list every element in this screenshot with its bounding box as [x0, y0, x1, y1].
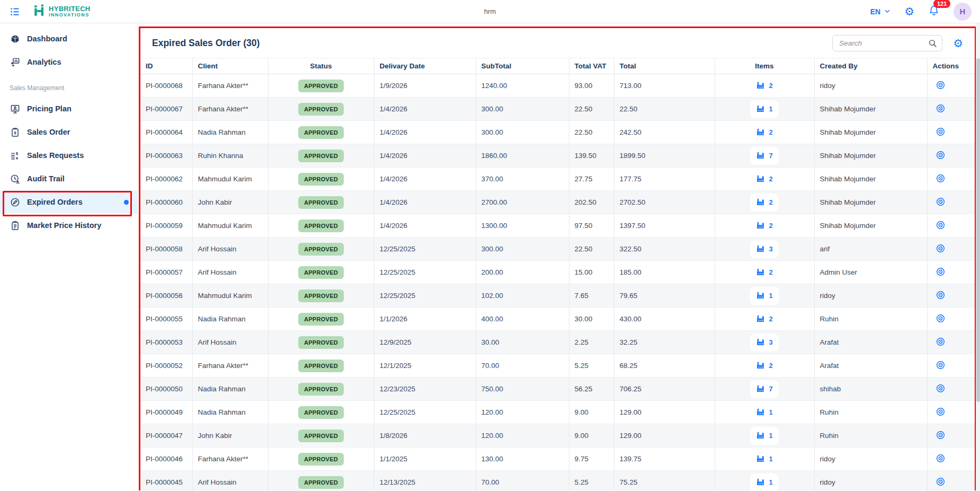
view-action-icon[interactable] [936, 477, 946, 487]
created-by-cell: Arafat [814, 354, 927, 378]
view-action-icon[interactable] [936, 313, 946, 323]
factory-icon [756, 174, 765, 185]
status-badge: APPROVED [298, 150, 344, 162]
delivery-date-cell: 12/25/2025 [374, 261, 476, 284]
table-settings-icon[interactable]: ⚙ [953, 38, 963, 49]
factory-icon [756, 151, 765, 161]
view-action-icon[interactable] [936, 383, 946, 393]
col-header-total-vat: Total VAT [569, 58, 614, 74]
created-by-cell: Ruhin [814, 308, 927, 331]
items-button[interactable]: 3 [750, 240, 778, 258]
items-button[interactable]: 7 [750, 147, 778, 165]
items-button[interactable]: 2 [750, 170, 778, 188]
delivery-date-cell: 12/9/2025 [374, 331, 476, 354]
sidebar-item-sales-order[interactable]: $ Sales Order [0, 120, 137, 144]
view-action-icon[interactable] [936, 453, 946, 463]
items-button[interactable]: 2 [750, 217, 778, 235]
expired-orders-table: ID Client Status Delivary Date SubTotal … [140, 58, 975, 491]
delivery-date-cell: 1/4/2026 [374, 98, 476, 121]
items-button[interactable]: 2 [750, 77, 778, 95]
total-cell: 713.00 [614, 74, 715, 98]
sidebar-item-sales-requests[interactable]: $ Sales Requests [0, 144, 137, 167]
total-vat-cell: 93.00 [569, 74, 614, 98]
total-cell: 139.75 [614, 448, 715, 471]
search-input[interactable] [832, 35, 942, 51]
table-row: PI-0000056 Mahmudul Karim APPROVED 12/25… [140, 284, 975, 308]
view-action-icon[interactable] [936, 290, 946, 300]
topbar: HYBRITECH INNOVATIONS hrm EN ⚙ 121 H [0, 0, 980, 23]
factory-icon [756, 431, 765, 441]
items-button[interactable]: 2 [750, 124, 778, 142]
view-action-icon[interactable] [936, 103, 946, 113]
sidebar-item-pricing-plan[interactable]: Pricing Plan [0, 97, 137, 120]
view-action-icon[interactable] [936, 150, 946, 160]
subtotal-cell: 70.00 [476, 354, 569, 378]
sidebar-item-expired-orders[interactable]: Expired Orders [0, 190, 137, 214]
view-action-icon[interactable] [936, 360, 946, 370]
active-indicator-dot [124, 200, 129, 205]
clipboard-dollar-icon: $ [10, 127, 20, 137]
view-action-icon[interactable] [936, 220, 946, 230]
items-button[interactable]: 7 [750, 380, 778, 398]
items-button[interactable]: 2 [750, 264, 778, 282]
factory-icon [756, 104, 765, 115]
table-row: PI-0000046 Farhana Akter** APPROVED 1/1/… [140, 448, 975, 471]
order-id-cell: PI-0000045 [140, 471, 192, 491]
order-id-cell: PI-0000056 [140, 284, 192, 308]
status-badge: APPROVED [298, 266, 344, 279]
order-id-cell: PI-0000055 [140, 308, 192, 331]
status-badge: APPROVED [298, 360, 344, 372]
items-button[interactable]: 2 [750, 310, 778, 328]
total-cell: 32.25 [614, 331, 715, 354]
view-action-icon[interactable] [936, 267, 946, 277]
scrollbar-thumb[interactable] [976, 58, 980, 402]
vertical-scrollbar[interactable] [976, 23, 980, 491]
list-dollar-icon: $ [10, 151, 20, 161]
view-action-icon[interactable] [936, 173, 946, 183]
sidebar-item-analytics[interactable]: Analytics [0, 50, 137, 74]
view-action-icon[interactable] [936, 197, 946, 207]
order-id-cell: PI-0000046 [140, 448, 192, 471]
items-button[interactable]: 3 [750, 334, 778, 352]
items-count: 1 [769, 408, 772, 416]
items-button[interactable]: 1 [750, 100, 778, 118]
items-count: 7 [769, 385, 772, 393]
sidebar-item-dashboard[interactable]: Dashboard [0, 27, 137, 50]
table-row: PI-0000068 Farhana Akter** APPROVED 1/9/… [140, 74, 975, 98]
items-button[interactable]: 1 [750, 427, 778, 445]
sidebar-item-audit-trail[interactable]: Audit Trail [0, 167, 137, 190]
items-button[interactable]: 2 [750, 357, 778, 375]
items-button[interactable]: 1 [750, 474, 778, 491]
created-by-cell: ridoy [814, 448, 927, 471]
order-id-cell: PI-0000067 [140, 98, 192, 121]
created-by-cell: shihab [814, 378, 927, 401]
created-by-cell: Ruhin [814, 424, 927, 448]
sidebar-item-market-price-history[interactable]: Market Price History [0, 214, 137, 237]
language-selector[interactable]: EN [870, 7, 890, 16]
notifications-button[interactable]: 121 [928, 5, 940, 19]
order-id-cell: PI-0000047 [140, 424, 192, 448]
client-cell: Farhana Akter** [192, 74, 268, 98]
view-action-icon[interactable] [936, 243, 946, 253]
items-button[interactable]: 1 [750, 404, 778, 422]
subtotal-cell: 102.00 [476, 284, 569, 308]
items-count: 2 [769, 268, 772, 276]
table-row: PI-0000052 Farhana Akter** APPROVED 12/1… [140, 354, 975, 378]
view-action-icon[interactable] [936, 430, 946, 440]
status-badge: APPROVED [298, 243, 344, 256]
total-vat-cell: 9.00 [569, 401, 614, 424]
items-button[interactable]: 1 [750, 450, 778, 468]
created-by-cell: arif [814, 238, 927, 261]
order-id-cell: PI-0000052 [140, 354, 192, 378]
settings-gear-icon[interactable]: ⚙ [904, 6, 914, 17]
view-action-icon[interactable] [936, 337, 946, 347]
items-button[interactable]: 2 [750, 194, 778, 212]
view-action-icon[interactable] [936, 407, 946, 417]
sidebar-item-label: Audit Trail [27, 174, 65, 183]
items-button[interactable]: 1 [750, 287, 778, 305]
view-action-icon[interactable] [936, 127, 946, 137]
avatar[interactable]: H [954, 3, 972, 21]
total-cell: 2702.50 [614, 191, 715, 214]
view-action-icon[interactable] [936, 80, 946, 90]
sidebar-item-label: Pricing Plan [27, 104, 72, 113]
